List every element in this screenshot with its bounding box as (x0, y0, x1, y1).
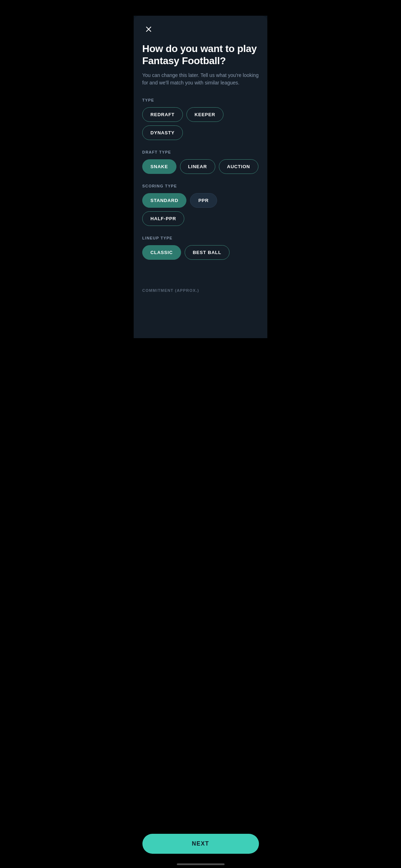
lineup-type-section-label: LINEUP TYPE (142, 236, 259, 240)
lineup-type-section: LINEUP TYPE CLASSIC BEST BALL (142, 236, 259, 260)
modal-content: How do you want to play Fantasy Football… (134, 16, 267, 338)
chip-best-ball[interactable]: BEST BALL (185, 245, 230, 260)
chip-keeper[interactable]: KEEPER (186, 107, 223, 122)
lineup-type-chips-row: CLASSIC BEST BALL (142, 245, 259, 260)
commitment-section-label: COMMITMENT (APPROX.) (142, 288, 259, 293)
page-subtitle: You can change this later. Tell us what … (142, 72, 259, 87)
close-icon (145, 26, 152, 33)
type-chips-row: REDRAFT KEEPER DYNASTY (142, 107, 259, 140)
phone-container: How do you want to play Fantasy Football… (134, 0, 267, 338)
chip-standard[interactable]: STANDARD (142, 193, 186, 208)
status-bar (134, 0, 267, 16)
chip-snake[interactable]: SNAKE (142, 159, 176, 174)
type-section-label: TYPE (142, 98, 259, 102)
type-section: TYPE REDRAFT KEEPER DYNASTY (142, 98, 259, 140)
chip-redraft[interactable]: REDRAFT (142, 107, 183, 122)
scoring-type-chips-row: STANDARD PPR HALF-PPR (142, 193, 259, 226)
draft-type-section: DRAFT TYPE SNAKE LINEAR AUCTION (142, 150, 259, 174)
draft-type-section-label: DRAFT TYPE (142, 150, 259, 154)
chip-linear[interactable]: LINEAR (180, 159, 215, 174)
chip-auction[interactable]: AUCTION (219, 159, 258, 174)
close-button[interactable] (142, 23, 155, 36)
commitment-section: COMMITMENT (APPROX.) (142, 288, 259, 293)
page-title: How do you want to play Fantasy Football… (142, 43, 259, 67)
chip-classic[interactable]: CLASSIC (142, 245, 181, 260)
scoring-type-section: SCORING TYPE STANDARD PPR HALF-PPR (142, 184, 259, 226)
chip-ppr[interactable]: PPR (190, 193, 217, 208)
draft-type-chips-row: SNAKE LINEAR AUCTION (142, 159, 259, 174)
chip-half-ppr[interactable]: HALF-PPR (142, 211, 184, 226)
chip-dynasty[interactable]: DYNASTY (142, 125, 183, 140)
scoring-type-section-label: SCORING TYPE (142, 184, 259, 188)
